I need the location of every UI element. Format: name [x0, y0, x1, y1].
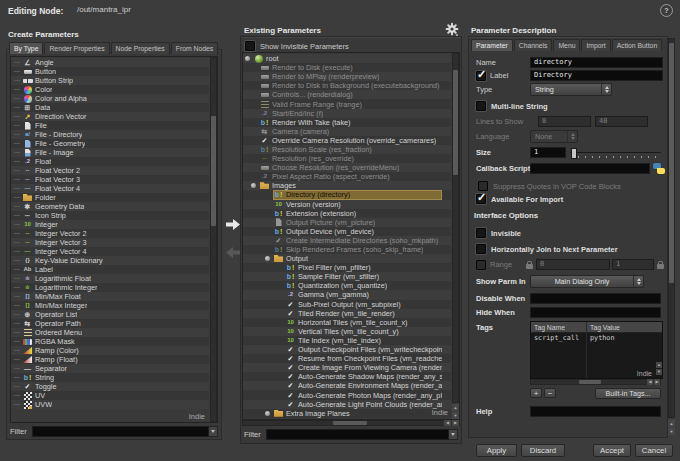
slider-handle[interactable] [571, 148, 577, 159]
tree-item-version-version[interactable]: 10Version (version) [243, 200, 451, 209]
tree-item-horizontal-tiles-vm-tile-count-x[interactable]: 10Horizontal Tiles (vm_tile_count_x) [243, 318, 451, 327]
name-input[interactable] [530, 57, 663, 68]
tree-item-render-to-disk-execute[interactable]: Render to Disk (execute) [243, 63, 451, 72]
tag-name-column-header[interactable]: Tag Name [531, 322, 587, 332]
tree-item-extra-image-planes[interactable]: Extra Image Planes [243, 409, 451, 418]
param-type-operator-path[interactable]: ⇆Operator Path [11, 319, 209, 328]
help-icon[interactable]: ? [660, 4, 673, 17]
tree-item-root[interactable]: root [243, 54, 451, 63]
param-type-label[interactable]: AbLabel [11, 265, 209, 274]
show-parm-spinner[interactable] [633, 276, 643, 287]
tree-hscrollbar-thumb[interactable] [333, 421, 367, 425]
tree-item-resume-from-checkpoint-files-vm-readcheckpoint[interactable]: ✓Resume from Checkpoint Files (vm_readch… [243, 354, 451, 363]
apply-button[interactable]: Apply [476, 444, 517, 457]
tree-item-sample-filter-vm-sfilter[interactable]: b!Sample Filter (vm_sfilter) [243, 272, 451, 281]
tree-item-gamma-vm-gamma[interactable]: .2Gamma (vm_gamma) [243, 290, 451, 299]
tab-from-nodes[interactable]: From Nodes [171, 42, 218, 54]
tree-item-choose-resolution-res-overridemenu[interactable]: Choose Resolution (res_overrideMenu) [243, 163, 451, 172]
description-scroll-up-arrow[interactable]: ▲ [668, 420, 675, 427]
tags-hscrollbar[interactable]: ◀ ▶ [530, 379, 661, 385]
tree-filter-dropdown-arrow[interactable] [449, 429, 458, 440]
param-type-separator[interactable]: —Separator [11, 364, 209, 373]
tree-item-skip-rendered-frames-soho-skip-frame[interactable]: b!Skip Rendered Frames (soho_skip_frame) [243, 245, 451, 254]
size-slider[interactable] [570, 148, 661, 158]
tree-item-valid-frame-range-trange[interactable]: Valid Frame Range (trange) [243, 99, 451, 108]
left-filter-dropdown-arrow[interactable] [209, 426, 218, 437]
tree-item-resolution-res-override[interactable]: --Resolution (res_override) [243, 154, 451, 163]
tab-import[interactable]: Import [581, 39, 610, 51]
built-in-tags-button[interactable]: Built-in Tags... [595, 388, 661, 399]
param-type-direction-vector[interactable]: ↗Direction Vector [11, 112, 209, 121]
tree-item-render-to-mplay-renderpreview[interactable]: Render to MPlay (renderpreview) [243, 72, 451, 81]
tag-row-empty[interactable] [531, 342, 662, 351]
param-type-geometry-data[interactable]: ✱Geometry Data [11, 202, 209, 211]
tree-item-create-intermediate-directories-soho-mkpath[interactable]: ✓Create Intermediate Directories (soho_m… [243, 236, 451, 245]
tag-row-empty[interactable] [531, 360, 662, 369]
param-type-float-vector-2[interactable]: --Float Vector 2 [11, 166, 209, 175]
tree-item-auto-generate-environment-maps-render-any-envmap[interactable]: ✓Auto-Generate Environment Maps (render_… [243, 381, 451, 390]
size-input[interactable] [530, 147, 566, 158]
left-filter-input[interactable] [32, 426, 209, 437]
param-type-toggle[interactable]: ✓Toggle [11, 382, 209, 391]
tree-scroll-up-arrow[interactable]: ▲ [452, 404, 459, 411]
label-checkbox[interactable] [476, 71, 486, 81]
param-type-integer-vector-3[interactable]: ---Integer Vector 3 [11, 238, 209, 247]
join-next-checkbox[interactable] [476, 244, 486, 254]
param-type-color[interactable]: Color [11, 85, 209, 94]
move-left-arrow[interactable] [226, 247, 240, 260]
param-type-ramp-float[interactable]: Ramp (Float) [11, 355, 209, 364]
description-scrollbar-thumb[interactable] [669, 43, 674, 283]
param-type-button-strip[interactable]: Button Strip [11, 76, 209, 85]
available-for-import-checkbox[interactable] [476, 194, 486, 204]
cancel-button[interactable]: Cancel [635, 444, 673, 457]
tags-hscroll-left-arrow[interactable]: ◀ [647, 379, 653, 385]
expand-dot-icon[interactable] [265, 411, 270, 416]
tree-item-directory-directory[interactable]: b!Directory (directory) [243, 190, 451, 199]
left-list-scrollbar[interactable] [210, 57, 217, 422]
tree-item-camera-camera[interactable]: ⇆Camera (camera) [243, 127, 451, 136]
type-spinner[interactable] [601, 84, 611, 95]
expand-dot-icon[interactable] [265, 256, 270, 261]
param-type-logarithmic-float[interactable]: ılıLogarithmic Float [11, 274, 209, 283]
param-type-min-max-float[interactable]: []Min/Max Float [11, 292, 209, 301]
param-type-float-vector-4[interactable]: ----Float Vector 4 [11, 184, 209, 193]
tags-scroll-down-arrow[interactable]: ▼ [656, 369, 662, 375]
tab-parameter[interactable]: Parameter [471, 39, 513, 51]
tree-item-tile-index-vm-tile-index[interactable]: 10Tile Index (vm_tile_index) [243, 336, 451, 345]
tree-item-output[interactable]: Output [243, 254, 451, 263]
invisible-checkbox[interactable] [476, 228, 486, 238]
discard-button[interactable]: Discard [521, 444, 565, 457]
param-type-file-directory[interactable]: a/File - Directory [11, 130, 209, 139]
param-type-string[interactable]: b!String [11, 373, 209, 382]
tree-filter-input[interactable] [266, 429, 449, 440]
tree-item-quantization-vm-quantize[interactable]: b!Quantization (vm_quantize) [243, 281, 451, 290]
tree-item-render-with-take-take[interactable]: b!Render With Take (take) [243, 118, 451, 127]
tree-item-images[interactable]: Images [243, 181, 451, 190]
add-tag-button[interactable]: + [530, 388, 542, 398]
type-dropdown[interactable]: String [530, 83, 612, 96]
param-type-color-and-alpha[interactable]: Color and Alpha [11, 94, 209, 103]
disable-when-input[interactable] [530, 293, 661, 304]
param-type-folder[interactable]: Folder [11, 193, 209, 202]
param-type-float[interactable]: .2Float [11, 157, 209, 166]
param-type-integer[interactable]: 10Integer [11, 220, 209, 229]
tab-menu[interactable]: Menu [553, 39, 580, 51]
accept-button[interactable]: Accept [593, 444, 631, 457]
tree-item-output-picture-vm-picture[interactable]: Output Picture (vm_picture) [243, 218, 451, 227]
tab-render-properties[interactable]: Render Properties [44, 42, 109, 54]
tree-item-create-image-from-viewing-camera-render-viewcamera[interactable]: ✓Create Image From Viewing Camera (rende… [243, 363, 451, 372]
tags-hscroll-right-arrow[interactable]: ▶ [654, 379, 660, 385]
tree-item-output-checkpoint-files-vm-writecheckpoint[interactable]: ✓Output Checkpoint Files (vm_writecheckp… [243, 345, 451, 354]
description-scroll-down-arrow[interactable]: ▼ [668, 428, 675, 435]
tree-item-render-to-disk-in-background-executebackground[interactable]: Render to Disk in Background (executebac… [243, 81, 451, 90]
tags-scroll-up-arrow[interactable]: ▲ [656, 362, 662, 368]
label-input[interactable] [530, 70, 663, 81]
expand-dot-icon[interactable] [251, 183, 256, 188]
param-type-integer-vector-2[interactable]: --Integer Vector 2 [11, 229, 209, 238]
param-type-min-max-integer[interactable]: []Min/Max Integer [11, 301, 209, 310]
param-type-ordered-menu[interactable]: Ordered Menu [11, 328, 209, 337]
tree-item-sub-pixel-output-vm-subpixel[interactable]: ✓Sub-Pixel Output (vm_subpixel) [243, 300, 451, 309]
tree-item-output-device-vm-device[interactable]: b!Output Device (vm_device) [243, 227, 451, 236]
multiline-checkbox[interactable] [476, 101, 486, 111]
param-type-icon-strip[interactable]: ▪▪▪Icon Strip [11, 211, 209, 220]
